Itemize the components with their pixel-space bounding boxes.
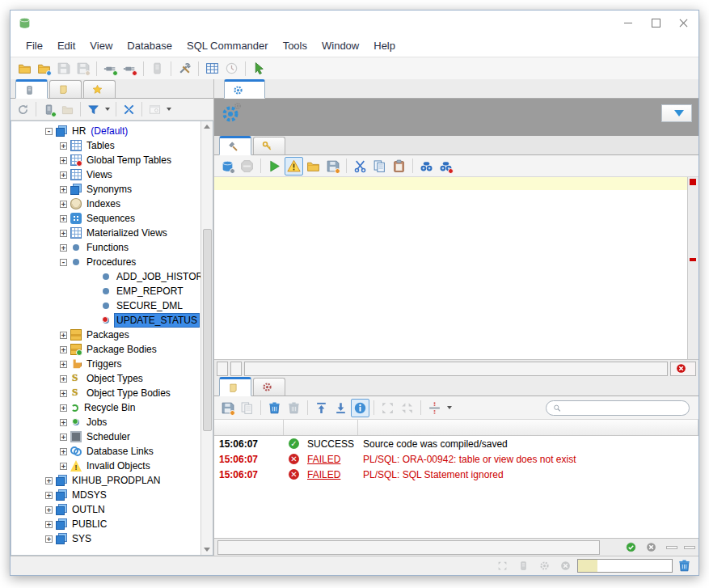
menu-item[interactable]: Tools xyxy=(276,37,314,54)
tree-item[interactable]: Procedures xyxy=(11,255,200,269)
show-info-toggle[interactable] xyxy=(351,399,369,417)
actions-button[interactable] xyxy=(661,104,692,122)
tree-item[interactable]: Triggers xyxy=(11,357,200,371)
collapse-all-button[interactable] xyxy=(398,399,416,417)
code-line[interactable] xyxy=(214,216,698,229)
tree-item[interactable]: PUBLIC xyxy=(11,517,200,531)
tab-scripts[interactable] xyxy=(49,80,82,98)
close-all-button[interactable] xyxy=(556,556,575,575)
tree-toggle[interactable] xyxy=(60,230,67,237)
tree-item[interactable]: Scheduler xyxy=(11,429,200,444)
tree-item[interactable]: OUTLN xyxy=(11,502,200,517)
code-line[interactable] xyxy=(214,281,698,294)
menu-item[interactable]: Window xyxy=(314,37,366,54)
tree-toggle[interactable] xyxy=(60,142,67,150)
tab-favorites[interactable] xyxy=(83,80,116,98)
scroll-to-top-button[interactable] xyxy=(312,399,331,417)
tree-toggle[interactable] xyxy=(60,157,67,164)
menu-item[interactable]: Edit xyxy=(50,37,82,54)
error-marker-strip[interactable] xyxy=(687,177,698,359)
tree-item[interactable]: Object Type Bodies xyxy=(11,386,200,400)
save-button[interactable] xyxy=(54,59,73,78)
code-line[interactable] xyxy=(214,177,698,190)
tree-item[interactable]: ADD_JOB_HISTORY xyxy=(11,269,200,284)
code-line[interactable] xyxy=(214,294,698,307)
stop-button[interactable] xyxy=(238,157,256,176)
connections-button[interactable] xyxy=(514,556,533,575)
close-button[interactable] xyxy=(671,14,695,32)
code-line[interactable] xyxy=(214,242,698,255)
tree-toggle[interactable] xyxy=(60,259,67,266)
filter-dropdown-caret[interactable] xyxy=(105,108,110,111)
tree-item[interactable]: Database Links xyxy=(11,444,200,459)
tree-item[interactable]: HR (Default) xyxy=(11,124,200,138)
tree-toggle[interactable] xyxy=(60,419,67,426)
tree-item[interactable]: Recycle Bin xyxy=(11,400,200,415)
add-folder-button[interactable] xyxy=(58,100,77,119)
tree-item[interactable]: Indexes xyxy=(11,197,200,211)
folder-gear-button[interactable] xyxy=(35,59,53,78)
tree-toggle[interactable] xyxy=(60,448,67,455)
find-replace-button[interactable] xyxy=(437,157,455,176)
run-cursor-button[interactable] xyxy=(250,59,268,78)
row-height-dropdown-caret[interactable] xyxy=(447,406,452,409)
connect-button[interactable] xyxy=(101,59,120,78)
filter-button[interactable] xyxy=(84,100,103,119)
memory-indicator[interactable] xyxy=(577,559,673,573)
cut-button[interactable] xyxy=(351,157,369,176)
sql-editor[interactable] xyxy=(214,177,698,359)
tree-toggle[interactable] xyxy=(45,506,53,514)
tree-toggle[interactable] xyxy=(60,201,67,208)
clear-all-log-button[interactable] xyxy=(285,399,303,417)
scroll-to-bottom-button[interactable] xyxy=(331,399,350,417)
preview-dropdown-caret[interactable] xyxy=(167,108,171,111)
tree-item[interactable]: MDSYS xyxy=(11,488,200,502)
tree-item[interactable]: Tables xyxy=(11,138,200,153)
tree-toggle[interactable] xyxy=(60,404,67,412)
tree-item[interactable]: Packages xyxy=(11,328,200,342)
menu-item[interactable]: View xyxy=(82,37,120,54)
tree-toggle[interactable] xyxy=(45,535,53,543)
tree-item[interactable]: Synonyms xyxy=(11,182,200,197)
tab-object-update-status[interactable] xyxy=(224,79,265,99)
log-row[interactable]: 15:06:07 FAILED PL/SQL: ORA-00942: table… xyxy=(214,451,698,467)
tree-toggle[interactable] xyxy=(60,375,67,383)
save-procedure-button[interactable] xyxy=(218,157,237,176)
row-height-button[interactable] xyxy=(425,399,444,417)
garbage-collect-button[interactable] xyxy=(675,556,694,575)
copy-button[interactable] xyxy=(370,157,389,176)
export-log-button[interactable] xyxy=(218,399,237,417)
scroll-thumb[interactable] xyxy=(203,229,212,431)
save-as-button[interactable] xyxy=(323,157,342,176)
tree-item[interactable]: Invalid Objects xyxy=(11,459,200,473)
log-row[interactable]: 15:06:07 FAILED PL/SQL: SQL Statement ig… xyxy=(214,467,698,482)
log-row[interactable]: 15:06:07 SUCCESS Source code was compile… xyxy=(214,436,698,451)
paste-button[interactable] xyxy=(390,157,408,176)
column-header-message[interactable] xyxy=(358,420,698,435)
tree-item[interactable]: SECURE_DML xyxy=(11,298,200,313)
code-line[interactable] xyxy=(214,255,698,268)
tree-item[interactable]: SYS xyxy=(11,531,200,546)
tab-grants[interactable] xyxy=(253,137,285,154)
tree-toggle[interactable] xyxy=(60,186,67,193)
add-connection-button[interactable] xyxy=(40,100,58,119)
column-header-status[interactable] xyxy=(284,420,358,435)
tree-scrollbar[interactable] xyxy=(200,121,213,555)
column-header-time[interactable] xyxy=(214,420,284,435)
tab-dbms-output[interactable] xyxy=(253,378,285,396)
show-errors-toggle[interactable] xyxy=(285,157,303,176)
tree-toggle[interactable] xyxy=(60,346,67,353)
preferences-button[interactable] xyxy=(535,556,554,575)
tree-item[interactable]: Global Temp Tables xyxy=(11,153,200,167)
tool-properties-button[interactable] xyxy=(175,59,194,78)
menu-item[interactable]: File xyxy=(19,37,50,54)
expand-all-button[interactable] xyxy=(378,399,397,417)
tree-toggle[interactable] xyxy=(60,332,67,339)
collapse-all-button[interactable] xyxy=(120,100,138,119)
tree-toggle[interactable] xyxy=(60,463,67,470)
preview-pane-button[interactable] xyxy=(146,100,164,119)
tree-item[interactable]: EMP_REPORT xyxy=(11,284,200,298)
code-line[interactable] xyxy=(214,229,698,242)
error-marker-icon[interactable] xyxy=(690,179,696,185)
tree-toggle[interactable] xyxy=(45,128,53,135)
